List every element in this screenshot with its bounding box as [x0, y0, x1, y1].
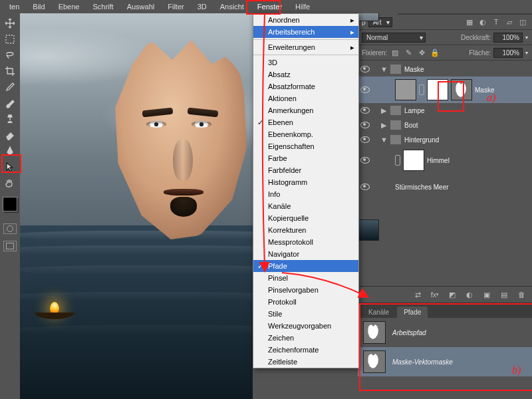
eyedropper-tool-icon[interactable] [3, 80, 17, 94]
tab-kanaele[interactable]: Kanäle [362, 307, 396, 318]
group-icon[interactable]: ▣ [481, 289, 492, 300]
visibility-toggle[interactable] [358, 184, 372, 190]
menu-item-fenster[interactable]: Fenster [251, 1, 289, 12]
layer-row[interactable]: Stürmisches Meer [358, 174, 532, 200]
blend-mode-select[interactable]: Normal [362, 33, 426, 43]
menu-row-eigenschaften[interactable]: Eigenschaften [253, 140, 358, 152]
mask-link-icon[interactable] [419, 84, 424, 95]
menu-item[interactable]: Filter [161, 1, 190, 12]
screenmode-icon[interactable] [3, 241, 17, 251]
mask-link-icon[interactable] [395, 155, 400, 166]
menu-row-pinselvorgaben[interactable]: Pinselvorgaben [253, 284, 358, 296]
disclosure-icon[interactable]: ▶ [380, 121, 387, 130]
filter-pixel-icon[interactable]: ▦ [464, 17, 475, 27]
crop-tool-icon[interactable] [3, 64, 17, 78]
visibility-toggle[interactable] [358, 157, 372, 164]
visibility-toggle[interactable] [358, 107, 372, 114]
menu-item[interactable]: Auswahl [120, 1, 162, 12]
menu-item[interactable]: Hilfe [289, 1, 317, 12]
menu-row-anmerkungen[interactable]: Anmerkungen [253, 104, 358, 116]
menu-row-farbfelder[interactable]: Farbfelder [253, 164, 358, 176]
layer-row[interactable]: Maske [358, 76, 532, 103]
path-row[interactable]: Maske-Vektormaske [358, 347, 532, 376]
menu-row-absatz[interactable]: Absatz [253, 68, 358, 80]
vector-mask-thumb[interactable] [451, 79, 472, 100]
layer-row[interactable]: Himmel [358, 147, 532, 174]
menu-row-zeitleiste[interactable]: Zeitleiste [253, 356, 358, 368]
mask-thumb[interactable] [403, 150, 424, 171]
menu-row-kanäle[interactable]: Kanäle [253, 200, 358, 212]
path-name[interactable]: Arbeitspfad [392, 329, 426, 336]
lock-transparent-icon[interactable]: ▨ [390, 47, 400, 58]
disclosure-icon[interactable]: ▼ [380, 65, 387, 73]
visibility-toggle[interactable] [358, 136, 372, 143]
menu-row-kopierquelle[interactable]: Kopierquelle [253, 212, 358, 224]
visibility-toggle[interactable] [358, 66, 372, 72]
filter-type-icon[interactable]: T [491, 17, 501, 27]
pen-tool-icon[interactable] [3, 144, 17, 158]
menu-item[interactable]: Ansicht [213, 1, 251, 12]
layer-name[interactable]: Boot [404, 122, 418, 129]
mask-icon[interactable]: ◩ [447, 289, 458, 300]
lasso-tool-icon[interactable] [3, 48, 17, 63]
tab-pfade[interactable]: Pfade [397, 307, 428, 318]
menu-item[interactable]: 3D [191, 1, 213, 12]
menu-row-3d[interactable]: 3D [253, 57, 358, 68]
document-canvas[interactable] [20, 13, 253, 399]
menu-row-aktionen[interactable]: Aktionen [253, 92, 358, 104]
menu-row-navigator[interactable]: Navigator [253, 248, 358, 260]
move-tool-icon[interactable] [3, 16, 17, 31]
opacity-field[interactable]: 100% [493, 33, 523, 43]
trash-icon[interactable]: 🗑 [516, 289, 527, 300]
menu-row-anordnen[interactable]: Anordnen [253, 14, 358, 26]
layer-name[interactable]: Stürmisches Meer [395, 184, 449, 191]
layer-name[interactable]: Maske [404, 66, 424, 73]
eraser-tool-icon[interactable] [3, 128, 17, 142]
menu-item[interactable]: ten [3, 1, 26, 12]
visibility-toggle[interactable] [358, 122, 372, 128]
new-layer-icon[interactable]: ▤ [499, 289, 509, 300]
menu-row-ebenenkomp.[interactable]: Ebenenkomp. [253, 128, 358, 140]
visibility-toggle[interactable] [358, 86, 372, 93]
brush-tool-icon[interactable] [3, 96, 17, 110]
foreground-color-swatch[interactable] [3, 197, 17, 211]
disclosure-icon[interactable]: ▶ [380, 106, 387, 115]
fx-icon[interactable]: fx▾ [430, 289, 440, 300]
mask-thumb[interactable] [427, 79, 448, 100]
quickmask-icon[interactable] [3, 223, 17, 234]
menu-row-ebenen[interactable]: Ebenen [253, 116, 358, 128]
marquee-tool-icon[interactable] [3, 32, 17, 47]
menu-row-protokoll[interactable]: Protokoll [253, 296, 358, 308]
layer-name[interactable]: Lampe [404, 107, 425, 114]
filter-smart-icon[interactable]: ◫ [517, 17, 528, 27]
path-select-tool-icon[interactable] [3, 160, 17, 174]
clone-tool-icon[interactable] [3, 112, 17, 126]
menu-row-zeichen[interactable]: Zeichen [253, 332, 358, 344]
menu-row-pinsel[interactable]: Pinsel [253, 272, 358, 284]
layer-name[interactable]: Himmel [427, 157, 450, 164]
menu-row-absatzformate[interactable]: Absatzformate [253, 80, 358, 92]
adjustment-icon[interactable]: ◐ [464, 289, 475, 300]
menu-row-histogramm[interactable]: Histogramm [253, 176, 358, 188]
menu-row-erweiterungen[interactable]: Erweiterungen [253, 41, 358, 53]
layer-thumb[interactable] [395, 79, 416, 100]
menu-row-messprotokoll[interactable]: Messprotokoll [253, 236, 358, 248]
menu-row-korrekturen[interactable]: Korrekturen [253, 224, 358, 236]
path-name[interactable]: Maske-Vektormaske [392, 358, 453, 366]
hand-tool-icon[interactable] [3, 176, 17, 190]
menu-row-stile[interactable]: Stile [253, 308, 358, 320]
menu-row-info[interactable]: Info [253, 188, 358, 200]
menu-row-farbe[interactable]: Farbe [253, 152, 358, 164]
filter-shape-icon[interactable]: ▱ [504, 17, 515, 27]
menu-row-zeichenformate[interactable]: Zeichenformate [253, 344, 358, 356]
menu-row-pfade[interactable]: Pfade [253, 260, 358, 272]
lock-all-icon[interactable]: 🔒 [430, 47, 440, 58]
filter-adjust-icon[interactable]: ◐ [477, 17, 488, 27]
menu-item[interactable]: Ebene [52, 1, 86, 12]
menu-item[interactable]: Bild [26, 1, 51, 12]
menu-row-arbeitsbereich[interactable]: Arbeitsbereich [253, 26, 358, 38]
path-row[interactable]: Arbeitspfad [358, 318, 532, 347]
layer-thumb[interactable] [358, 219, 379, 241]
layer-name[interactable]: Hintergrund [404, 136, 439, 144]
menu-row-werkzeugvorgaben[interactable]: Werkzeugvorgaben [253, 320, 358, 332]
